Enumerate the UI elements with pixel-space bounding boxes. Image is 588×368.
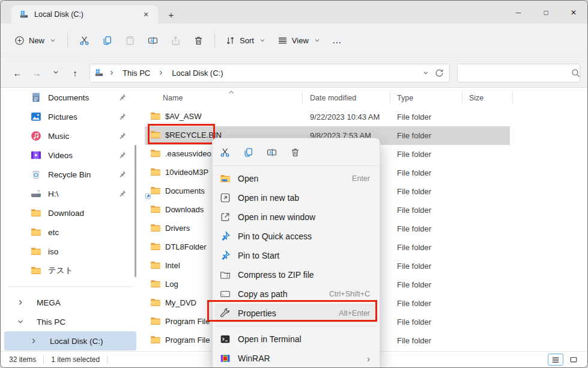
new-tab-button[interactable]: + <box>164 8 178 21</box>
rename-button[interactable]: A <box>141 29 164 51</box>
column-separator[interactable] <box>390 92 390 103</box>
sidebar-item[interactable]: Documents <box>4 88 136 107</box>
file-name-cell[interactable]: Downloads <box>147 202 208 216</box>
file-name-cell[interactable]: DTL8Folder <box>147 239 211 254</box>
column-header-date[interactable]: Date modified <box>310 94 356 102</box>
sidebar-scrollbar[interactable] <box>135 145 136 277</box>
address-dropdown-icon[interactable] <box>422 69 430 77</box>
folder-icon <box>150 222 161 233</box>
breadcrumb-local-disk[interactable]: Local Disk (C:) <box>169 67 225 79</box>
icons-view-button[interactable] <box>566 354 581 366</box>
close-button[interactable]: ✕ <box>560 1 587 20</box>
context-menu-item[interactable]: Open in new tab › <box>215 188 377 207</box>
context-menu-item[interactable]: Compress to ZIP file › <box>215 265 377 284</box>
cut-button[interactable] <box>73 29 95 51</box>
pin-icon <box>118 150 127 159</box>
up-button[interactable]: ↑ <box>65 64 85 82</box>
quick-action-button[interactable] <box>240 144 256 161</box>
svg-text:?: ? <box>37 189 40 194</box>
sort-ascending-icon <box>228 88 235 94</box>
details-view-button[interactable] <box>548 354 563 366</box>
column-separator[interactable] <box>302 92 303 103</box>
folder-icon <box>150 278 161 289</box>
sidebar-item[interactable]: Download <box>4 203 136 222</box>
folder-icon <box>150 297 161 308</box>
forward-button[interactable]: → <box>27 64 46 82</box>
pictures-icon <box>31 111 41 122</box>
column-separator[interactable] <box>512 92 513 103</box>
maximize-button[interactable]: □ <box>532 1 560 20</box>
file-row[interactable]: $AV_ASW 9/22/2023 10:43 AM File folder <box>145 108 510 126</box>
quick-action-button[interactable] <box>286 144 303 161</box>
sidebar-item[interactable]: iso <box>4 242 136 261</box>
tab-local-disk[interactable]: Local Disk (C:) ✕ <box>11 5 158 23</box>
sidebar-item[interactable]: Pictures <box>4 107 136 126</box>
column-header-type[interactable]: Type <box>397 94 413 102</box>
folder-icon <box>150 185 161 196</box>
sidebar-tree-item[interactable]: This PC <box>4 312 136 331</box>
pin-icon <box>118 170 127 179</box>
open-folder-icon <box>220 173 231 184</box>
history-dropdown-button[interactable] <box>46 64 65 82</box>
back-button[interactable]: ← <box>8 64 27 82</box>
share-button[interactable] <box>164 29 187 51</box>
delete-button[interactable] <box>187 29 210 51</box>
context-menu-item[interactable]: WinRAR › <box>215 349 377 368</box>
view-button[interactable]: View <box>272 29 327 51</box>
address-bar[interactable]: This PC Local Disk (C:) <box>89 64 450 82</box>
more-button[interactable]: … <box>327 29 348 51</box>
context-menu-item[interactable]: Properties Alt+Enter › <box>215 304 377 323</box>
sidebar-item[interactable]: ? H:\ <box>4 184 136 203</box>
context-menu-item[interactable]: › <box>216 326 377 327</box>
sidebar-item[interactable]: Videos <box>4 146 136 165</box>
file-name-cell[interactable]: .easeusvideo <box>147 146 216 161</box>
file-name-cell[interactable]: 10videoM3P <box>147 165 213 179</box>
context-menu-item[interactable]: Open Enter › <box>215 169 377 188</box>
window-controls: ─ □ ✕ <box>505 1 587 23</box>
quick-action-button[interactable]: A <box>263 144 280 161</box>
breadcrumb-chevron-icon <box>108 69 116 77</box>
context-menu-item[interactable]: Open in new window › <box>215 207 377 227</box>
file-name-cell[interactable]: Program File <box>147 314 214 328</box>
column-header-size[interactable]: Size <box>469 94 483 102</box>
music-icon <box>31 130 41 141</box>
sidebar-divider <box>8 286 133 287</box>
column-separator[interactable] <box>462 92 462 103</box>
sidebar-item[interactable]: Recycle Bin <box>4 165 136 184</box>
copy-button[interactable] <box>95 29 118 51</box>
file-name-cell[interactable]: Drivers <box>147 221 195 235</box>
paste-button[interactable] <box>118 29 141 51</box>
new-button[interactable]: New <box>9 29 62 51</box>
file-name-cell[interactable]: My_DVD <box>147 295 201 310</box>
refresh-icon[interactable] <box>434 68 444 78</box>
minimize-button[interactable]: ─ <box>505 1 532 20</box>
properties-icon <box>220 308 231 319</box>
sort-button[interactable]: Sort <box>220 29 272 51</box>
column-header-name[interactable]: Name <box>163 94 183 102</box>
context-menu-item[interactable]: \.. Copy as path Ctrl+Shift+C › <box>215 284 377 304</box>
sidebar-item[interactable]: テスト <box>4 261 136 280</box>
chevron-down-icon[interactable] <box>16 317 25 326</box>
breadcrumb-this-pc[interactable]: This PC <box>120 67 153 79</box>
winrar-icon <box>220 353 231 364</box>
sidebar-item[interactable]: Music <box>4 126 136 146</box>
context-menu-item[interactable]: Pin to Start › <box>215 246 377 265</box>
quick-action-button[interactable] <box>216 144 233 161</box>
file-name-cell[interactable]: Log <box>147 277 183 291</box>
submenu-arrow-icon: › <box>367 354 370 363</box>
file-name-cell[interactable]: Program File <box>147 333 214 347</box>
tab-close-icon[interactable]: ✕ <box>140 8 152 20</box>
sidebar-tree-item[interactable]: MEGA <box>4 293 136 312</box>
search-input[interactable] <box>462 68 571 78</box>
copy-path-icon: \.. <box>220 289 231 299</box>
file-name-cell[interactable]: Intel <box>147 258 185 272</box>
chevron-right-icon[interactable] <box>16 298 25 307</box>
sidebar-item[interactable]: etc <box>4 222 136 242</box>
folder-icon <box>31 246 41 257</box>
chevron-right-icon[interactable] <box>29 337 38 345</box>
file-name-cell[interactable]: Documents <box>147 183 210 198</box>
file-name-cell[interactable]: $AV_ASW <box>147 109 206 123</box>
context-menu-item[interactable]: Open in Terminal › <box>215 330 377 349</box>
sidebar-tree-item[interactable]: Local Disk (C:) <box>4 331 136 351</box>
context-menu-item[interactable]: Pin to Quick access › <box>215 227 377 246</box>
